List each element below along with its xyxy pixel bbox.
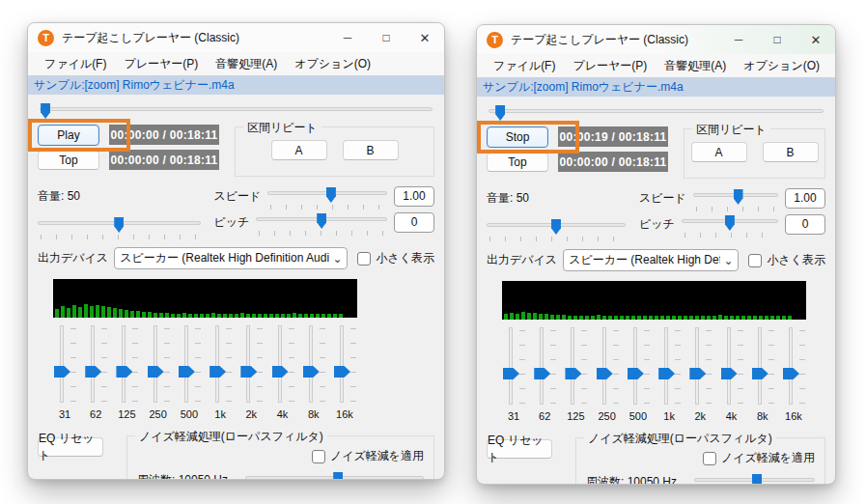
eq-slider-31[interactable]: 31	[500, 327, 527, 424]
eq-thumb[interactable]	[783, 368, 799, 379]
noise-apply-checkbox[interactable]	[703, 452, 716, 465]
eq-thumb[interactable]	[565, 368, 581, 379]
eq-track[interactable]	[246, 325, 250, 403]
eq-slider-8k[interactable]: 8k	[300, 325, 327, 422]
eq-thumb[interactable]	[54, 366, 70, 378]
seek-track[interactable]	[40, 107, 433, 111]
seek-thumb[interactable]	[495, 105, 505, 121]
eq-track[interactable]	[309, 325, 313, 403]
eq-thumb[interactable]	[210, 366, 226, 378]
minimize-button[interactable]: ─	[719, 25, 758, 54]
eq-track[interactable]	[571, 327, 574, 405]
eq-track[interactable]	[184, 325, 188, 403]
small-view-checkbox[interactable]	[357, 252, 371, 266]
seek-slider[interactable]	[489, 104, 824, 121]
eq-slider-62[interactable]: 62	[531, 327, 558, 424]
eq-slider-1k[interactable]: 1k	[207, 325, 234, 422]
eq-thumb[interactable]	[752, 368, 768, 379]
eq-thumb[interactable]	[179, 366, 195, 378]
eq-track[interactable]	[91, 325, 95, 403]
eq-slider-62[interactable]: 62	[82, 325, 109, 422]
eq-track[interactable]	[789, 327, 793, 405]
speed-thumb[interactable]	[734, 189, 743, 205]
frequency-thumb[interactable]	[333, 472, 343, 480]
top-button[interactable]: Top	[487, 153, 548, 172]
speed-value[interactable]: 1.00	[785, 188, 825, 209]
eq-track[interactable]	[278, 325, 282, 403]
eq-track[interactable]	[60, 325, 64, 403]
pitch-thumb[interactable]	[725, 215, 735, 231]
seek-slider[interactable]	[40, 102, 433, 119]
menu-audio-processing[interactable]: 音響処理(A)	[207, 56, 286, 72]
menu-file[interactable]: ファイル(F)	[485, 58, 564, 74]
menu-player[interactable]: プレーヤー(P)	[564, 58, 656, 74]
play-button[interactable]: Play	[38, 125, 99, 146]
noise-apply-checkbox[interactable]	[312, 450, 325, 463]
titlebar[interactable]: T テープ起こしプレーヤー (Classic) ─ □ ✕	[477, 25, 835, 54]
stop-button[interactable]: Stop	[487, 126, 548, 148]
menu-options[interactable]: オプション(O)	[286, 56, 379, 72]
eq-slider-250[interactable]: 250	[145, 325, 172, 422]
frequency-thumb[interactable]	[752, 474, 762, 485]
eq-slider-1k[interactable]: 1k	[656, 327, 683, 424]
eq-slider-500[interactable]: 500	[625, 327, 652, 424]
eq-thumb[interactable]	[303, 366, 320, 378]
eq-thumb[interactable]	[534, 368, 550, 379]
eq-slider-16k[interactable]: 16k	[780, 327, 807, 424]
eq-track[interactable]	[122, 325, 126, 403]
eq-thumb[interactable]	[628, 368, 644, 379]
frequency-slider[interactable]	[245, 471, 424, 480]
eq-slider-250[interactable]: 250	[594, 327, 621, 424]
close-button[interactable]: ✕	[405, 23, 444, 52]
pitch-slider[interactable]	[256, 212, 387, 236]
eq-thumb[interactable]	[689, 368, 706, 379]
frequency-slider[interactable]	[694, 473, 815, 485]
eq-slider-31[interactable]: 31	[51, 325, 78, 422]
eq-thumb[interactable]	[721, 368, 738, 379]
speed-value[interactable]: 1.00	[394, 186, 434, 207]
eq-slider-16k[interactable]: 16k	[331, 325, 358, 422]
eq-reset-button[interactable]: EQ リセット	[38, 437, 103, 457]
eq-track[interactable]	[340, 325, 344, 403]
eq-track[interactable]	[664, 327, 668, 405]
top-button[interactable]: Top	[38, 151, 99, 170]
eq-track[interactable]	[633, 327, 637, 405]
eq-track[interactable]	[695, 327, 699, 405]
eq-slider-2k[interactable]: 2k	[237, 325, 265, 422]
repeat-a-button[interactable]: A	[691, 142, 747, 162]
eq-reset-button[interactable]: EQ リセット	[487, 439, 552, 459]
eq-slider-125[interactable]: 125	[562, 327, 589, 424]
maximize-button[interactable]: □	[367, 23, 405, 52]
volume-thumb[interactable]	[114, 217, 124, 233]
eq-slider-8k[interactable]: 8k	[749, 327, 776, 424]
close-button[interactable]: ✕	[796, 25, 835, 54]
maximize-button[interactable]: □	[758, 25, 796, 54]
menu-player[interactable]: プレーヤー(P)	[115, 56, 207, 72]
eq-slider-4k[interactable]: 4k	[269, 325, 296, 422]
eq-thumb[interactable]	[272, 366, 289, 378]
eq-slider-4k[interactable]: 4k	[718, 327, 745, 424]
output-device-combobox[interactable]: スピーカー (Realtek High Definition Audio(S ⌄	[114, 247, 348, 269]
eq-thumb[interactable]	[334, 366, 350, 378]
eq-thumb[interactable]	[503, 368, 519, 379]
volume-slider[interactable]	[38, 216, 201, 239]
eq-track[interactable]	[727, 327, 731, 405]
menu-options[interactable]: オプション(O)	[735, 58, 828, 74]
small-view-checkbox[interactable]	[748, 254, 762, 267]
pitch-value[interactable]: 0	[785, 214, 825, 235]
eq-track[interactable]	[509, 327, 513, 405]
speed-slider[interactable]	[267, 186, 387, 210]
eq-thumb[interactable]	[597, 368, 613, 379]
eq-track[interactable]	[540, 327, 544, 405]
repeat-b-button[interactable]: B	[343, 140, 399, 160]
volume-slider[interactable]	[487, 218, 626, 241]
menu-audio-processing[interactable]: 音響処理(A)	[656, 58, 735, 74]
minimize-button[interactable]: ─	[328, 23, 367, 52]
eq-thumb[interactable]	[148, 366, 164, 378]
eq-thumb[interactable]	[658, 368, 675, 379]
pitch-value[interactable]: 0	[394, 212, 434, 233]
seek-track[interactable]	[489, 109, 824, 113]
eq-slider-500[interactable]: 500	[176, 325, 203, 422]
eq-track[interactable]	[154, 325, 157, 403]
eq-slider-125[interactable]: 125	[113, 325, 140, 422]
